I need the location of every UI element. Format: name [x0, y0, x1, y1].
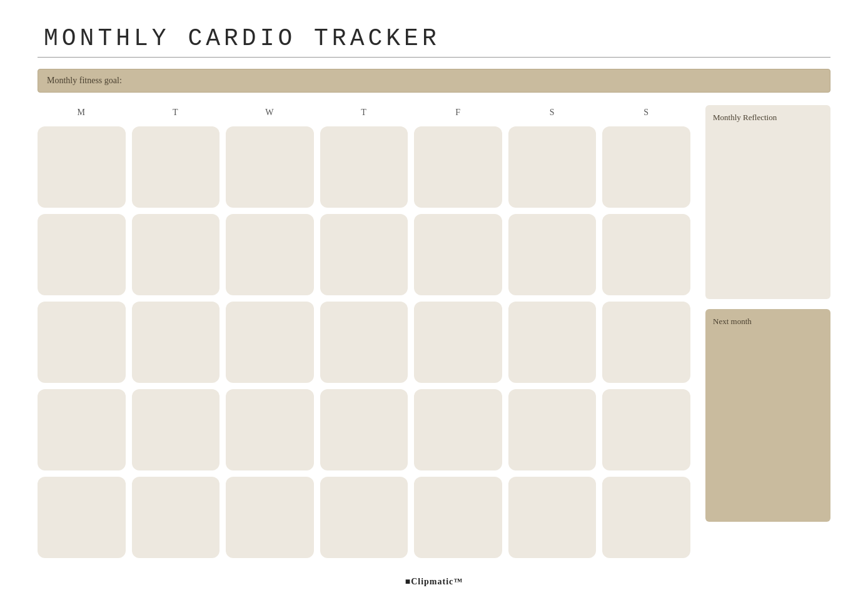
day-cell-2-1[interactable] [38, 214, 126, 295]
day-cell-1-2[interactable] [132, 126, 220, 208]
day-cell-5-6[interactable] [508, 477, 597, 558]
day-header-f: F [414, 105, 502, 120]
day-header-t2: T [320, 105, 408, 120]
day-cell-3-1[interactable] [38, 302, 126, 383]
day-cell-1-7[interactable] [602, 126, 690, 208]
day-cell-2-3[interactable] [226, 214, 314, 295]
day-cell-2-7[interactable] [602, 214, 690, 295]
day-cell-5-7[interactable] [602, 477, 690, 558]
day-header-t1: T [132, 105, 220, 120]
calendar-grid [38, 126, 690, 558]
day-cell-1-1[interactable] [38, 126, 126, 208]
day-cell-1-4[interactable] [320, 126, 408, 208]
footer-logo: ■Clipmatic™ [405, 577, 463, 586]
day-cell-3-7[interactable] [602, 302, 690, 383]
day-cell-1-3[interactable] [226, 126, 314, 208]
next-month-box[interactable]: Next month [705, 309, 830, 522]
day-cell-2-5[interactable] [414, 214, 502, 295]
day-header-m: M [38, 105, 126, 120]
day-cell-2-4[interactable] [320, 214, 408, 295]
footer-logo-icon: ■ [405, 577, 411, 586]
reflection-box[interactable]: Monthly Reflection [705, 105, 830, 299]
day-cell-3-4[interactable] [320, 302, 408, 383]
main-layout: M T W T F S S [38, 105, 830, 558]
side-panel: Monthly Reflection Next month [705, 105, 830, 522]
day-cell-4-4[interactable] [320, 389, 408, 470]
footer-trademark: ™ [453, 577, 463, 586]
day-header-s1: S [508, 105, 597, 120]
day-cell-1-6[interactable] [508, 126, 597, 208]
day-cell-4-1[interactable] [38, 389, 126, 470]
day-cell-4-2[interactable] [132, 389, 220, 470]
day-cell-4-7[interactable] [602, 389, 690, 470]
day-cell-1-5[interactable] [414, 126, 502, 208]
reflection-title: Monthly Reflection [713, 113, 823, 123]
day-header-s2: S [602, 105, 690, 120]
day-cell-4-3[interactable] [226, 389, 314, 470]
goal-bar: Monthly fitness goal: [38, 69, 830, 93]
title-divider [38, 57, 830, 58]
day-header-w: W [226, 105, 314, 120]
footer-logo-text: Clipmatic [411, 577, 453, 586]
day-cell-5-3[interactable] [226, 477, 314, 558]
day-cell-4-5[interactable] [414, 389, 502, 470]
day-cell-2-6[interactable] [508, 214, 597, 295]
day-cell-5-2[interactable] [132, 477, 220, 558]
day-cell-3-2[interactable] [132, 302, 220, 383]
day-cell-4-6[interactable] [508, 389, 597, 470]
day-cell-3-6[interactable] [508, 302, 597, 383]
day-headers: M T W T F S S [38, 105, 690, 120]
next-month-title: Next month [713, 317, 823, 327]
calendar-section: M T W T F S S [38, 105, 690, 558]
day-cell-3-3[interactable] [226, 302, 314, 383]
day-cell-5-4[interactable] [320, 477, 408, 558]
footer: ■Clipmatic™ [38, 577, 830, 587]
day-cell-5-1[interactable] [38, 477, 126, 558]
day-cell-2-2[interactable] [132, 214, 220, 295]
day-cell-3-5[interactable] [414, 302, 502, 383]
day-cell-5-5[interactable] [414, 477, 502, 558]
page-title: MONTHLY CARDIO TRACKER [44, 25, 830, 52]
